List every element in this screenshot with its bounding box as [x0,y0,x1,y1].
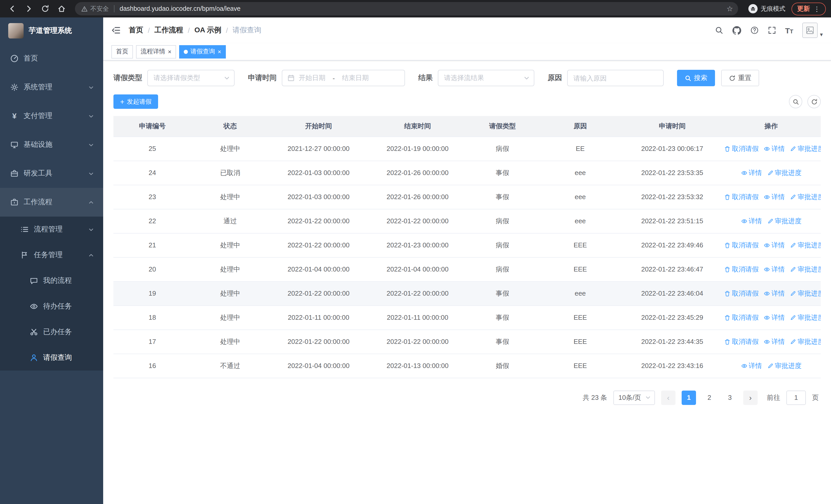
refresh-icon [729,75,736,81]
breadcrumb-oa-example[interactable]: OA 示例 [195,26,222,35]
progress-action-link[interactable]: 审批进度 [767,361,801,370]
tab-leave-query[interactable]: 请假查询 × [179,45,226,58]
browser-back-button[interactable] [5,2,20,16]
reason-input[interactable] [568,70,663,86]
search-button[interactable]: 搜索 [677,70,715,86]
page-button-1[interactable]: 1 [682,390,696,405]
sidebar-item-workflow[interactable]: 工作流程 [0,188,103,216]
collapse-sidebar-icon[interactable] [111,26,121,35]
tab-home[interactable]: 首页 [111,45,133,58]
progress-action-link[interactable]: 审批进度 [790,240,821,250]
breadcrumb-home[interactable]: 首页 [129,26,143,35]
detail-action-link[interactable]: 详情 [764,289,785,298]
browser-forward-button[interactable] [22,2,36,16]
cell-end: 2022-01-22 00:00:00 [368,329,467,354]
detail-action-link[interactable]: 详情 [764,192,785,202]
browser-menu-icon[interactable]: ⋮ [813,5,820,12]
header-search-icon[interactable] [715,26,723,34]
browser-update-button[interactable]: 更新 ⋮ [792,2,826,15]
tab-process-detail[interactable]: 流程详情 × [136,45,176,58]
address-bar[interactable]: 不安全 dashboard.yudao.iocoder.cn/bpm/oa/le… [75,2,738,16]
progress-action-link[interactable]: 审批进度 [790,265,821,274]
date-range-picker[interactable]: 开始日期 - 结束日期 [282,70,405,86]
search-icon [685,75,691,81]
toggle-search-button[interactable] [789,95,802,108]
browser-home-button[interactable] [54,2,69,16]
bookmark-star-icon[interactable]: ☆ [726,5,733,13]
col-start-time: 开始时间 [269,116,368,137]
user-menu[interactable]: ▾ [803,23,823,38]
cancel-action-link[interactable]: 取消请假 [724,240,758,250]
cancel-action-link[interactable]: 取消请假 [724,192,758,202]
fullscreen-icon[interactable] [768,26,776,34]
page-button-3[interactable]: 3 [723,390,737,405]
dashboard-icon [10,54,19,63]
font-size-icon[interactable]: TT [785,26,793,35]
cancel-action-link[interactable]: 取消请假 [724,313,758,322]
sidebar-item-leave-query[interactable]: 请假查询 [0,345,103,370]
sidebar-item-system-management[interactable]: 系统管理 [0,73,103,101]
detail-action-link[interactable]: 详情 [741,361,762,370]
page-button-2[interactable]: 2 [702,390,717,405]
detail-action-link[interactable]: 详情 [764,265,785,274]
detail-action-link[interactable]: 详情 [764,313,785,322]
chat-icon [30,277,38,285]
sidebar-item-infrastructure[interactable]: 基础设施 [0,130,103,159]
cell-id: 17 [113,329,191,354]
progress-action-link[interactable]: 审批进度 [790,337,821,346]
start-date-placeholder: 开始日期 [299,73,325,83]
reset-button[interactable]: 重置 [721,70,759,86]
edit-icon [790,146,796,152]
close-icon[interactable]: × [218,49,221,55]
cell-start: 2022-01-11 00:00:00 [269,305,368,329]
leave-type-select[interactable]: 请选择请假类型 [147,70,235,86]
progress-action-link[interactable]: 审批进度 [767,216,801,226]
detail-action-link[interactable]: 详情 [764,144,785,153]
cell-actions: 取消请假详情审批进度 [722,137,821,161]
goto-page-input[interactable] [786,390,806,405]
next-page-button[interactable]: › [743,390,757,405]
detail-action-link[interactable]: 详情 [764,337,785,346]
cancel-action-link[interactable]: 取消请假 [724,265,758,274]
result-select[interactable]: 请选择流结果 [438,70,534,86]
sidebar-item-task-management[interactable]: 任务管理 [0,242,103,268]
cancel-action-link[interactable]: 取消请假 [724,144,758,153]
sidebar-item-process-management[interactable]: 流程管理 [0,216,103,242]
page-unit-label: 页 [812,393,819,402]
progress-action-link[interactable]: 审批进度 [790,313,821,322]
close-icon[interactable]: × [168,49,171,55]
refresh-table-button[interactable] [807,95,821,108]
cancel-action-link[interactable]: 取消请假 [724,337,758,346]
chevron-up-icon [88,252,94,258]
sidebar-item-todo-tasks[interactable]: 待办任务 [0,294,103,319]
progress-action-link[interactable]: 审批进度 [790,289,821,298]
cell-status: 不通过 [191,354,269,378]
detail-action-link[interactable]: 详情 [741,168,762,177]
sidebar-item-my-process[interactable]: 我的流程 [0,268,103,294]
sidebar-item-payment-management[interactable]: ¥ 支付管理 [0,101,103,130]
sidebar-item-done-tasks[interactable]: 已办任务 [0,319,103,345]
detail-action-link[interactable]: 详情 [741,216,762,226]
leave-type-label: 请假类型 [113,73,142,83]
edit-icon [767,363,773,369]
detail-action-link[interactable]: 详情 [764,240,785,250]
sidebar-item-dev-tools[interactable]: 研发工具 [0,159,103,188]
progress-action-link[interactable]: 审批进度 [790,192,821,202]
cancel-action-link[interactable]: 取消请假 [724,289,758,298]
browser-reload-button[interactable] [38,2,52,16]
page-size-select[interactable]: 10条/页 [613,390,655,405]
col-actions: 操作 [722,116,821,137]
progress-action-link[interactable]: 审批进度 [790,144,821,153]
prev-page-button[interactable]: ‹ [661,390,676,405]
col-end-time: 结束时间 [368,116,467,137]
cell-id: 24 [113,161,191,185]
create-leave-button[interactable]: + 发起请假 [113,94,158,109]
sidebar-item-home[interactable]: 首页 [0,44,103,73]
cell-id: 21 [113,233,191,257]
progress-action-link[interactable]: 审批进度 [767,168,801,177]
github-icon[interactable] [732,26,741,35]
breadcrumb-workflow[interactable]: 工作流程 [154,26,183,35]
edit-icon [790,266,796,272]
toolbar: + 发起请假 [113,94,821,109]
help-icon[interactable] [750,26,758,34]
